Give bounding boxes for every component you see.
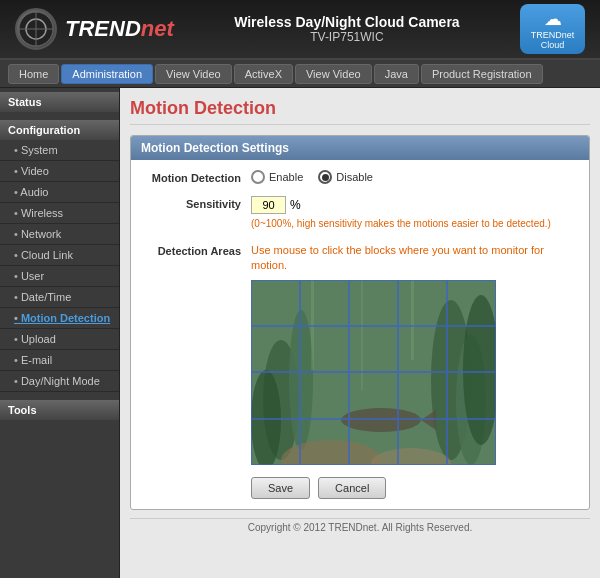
sensitivity-row: Sensitivity % (0~100%, high sensitivity …: [141, 196, 579, 231]
motion-detection-label: Motion Detection: [141, 170, 251, 184]
sensitivity-label: Sensitivity: [141, 196, 251, 210]
sidebar-status-section: Status: [0, 88, 119, 116]
grid-cell-3-0[interactable]: [251, 419, 300, 465]
sidebar-item-audio[interactable]: Audio: [0, 182, 119, 203]
sidebar-config-section: Configuration System Video Audio Wireles…: [0, 116, 119, 396]
cancel-button[interactable]: Cancel: [318, 477, 386, 499]
sidebar-item-datetime[interactable]: Date/Time: [0, 287, 119, 308]
cloud-label: TRENDnet Cloud: [531, 30, 575, 50]
sidebar-config-header: Configuration: [0, 120, 119, 140]
grid-cell-2-0[interactable]: [251, 372, 300, 418]
header-subtitle: TV-IP751WIC: [234, 30, 460, 44]
grid-cell-2-1[interactable]: [300, 372, 349, 418]
sensitivity-unit: %: [290, 198, 301, 212]
motion-detection-radio-group: Enable Disable: [251, 170, 579, 184]
nav-product-registration[interactable]: Product Registration: [421, 64, 543, 84]
sidebar-item-upload[interactable]: Upload: [0, 329, 119, 350]
grid-cell-2-3[interactable]: [398, 372, 447, 418]
sensitivity-note: (0~100%, high sensitivity makes the moti…: [251, 217, 579, 231]
enable-option[interactable]: Enable: [251, 170, 303, 184]
disable-radio[interactable]: [318, 170, 332, 184]
grid-cell-1-2[interactable]: [349, 326, 398, 372]
sidebar-item-motiondetection[interactable]: Motion Detection: [0, 308, 119, 329]
grid-cell-3-4[interactable]: [447, 419, 496, 465]
nav-viewvideo-activex[interactable]: View Video: [155, 64, 232, 84]
logo-text: TRENDnet: [65, 16, 174, 42]
enable-label: Enable: [269, 171, 303, 183]
nav-home[interactable]: Home: [8, 64, 59, 84]
sidebar-item-user[interactable]: User: [0, 266, 119, 287]
nav-viewvideo-java[interactable]: View Video: [295, 64, 372, 84]
page-title: Motion Detection: [130, 98, 590, 125]
grid-cell-1-1[interactable]: [300, 326, 349, 372]
button-row: Save Cancel: [141, 477, 579, 499]
footer: Copyright © 2012 TRENDnet. All Rights Re…: [130, 518, 590, 536]
nav-java[interactable]: Java: [374, 64, 419, 84]
disable-option[interactable]: Disable: [318, 170, 373, 184]
nav-activex[interactable]: ActiveX: [234, 64, 293, 84]
grid-cell-1-4[interactable]: [447, 326, 496, 372]
sidebar-item-network[interactable]: Network: [0, 224, 119, 245]
grid-cell-1-3[interactable]: [398, 326, 447, 372]
sidebar-item-video[interactable]: Video: [0, 161, 119, 182]
detection-areas-row: Detection Areas Use mouse to click the b…: [141, 243, 579, 465]
grid-cell-0-1[interactable]: [300, 280, 349, 326]
sidebar-item-email[interactable]: E-mail: [0, 350, 119, 371]
grid-cell-0-3[interactable]: [398, 280, 447, 326]
logo-icon: [15, 8, 57, 50]
grid-cell-0-2[interactable]: [349, 280, 398, 326]
nav-administration[interactable]: Administration: [61, 64, 153, 84]
grid-cell-2-4[interactable]: [447, 372, 496, 418]
sidebar-item-daynightmode[interactable]: Day/Night Mode: [0, 371, 119, 392]
sensitivity-input[interactable]: [251, 196, 286, 214]
header-center: Wireless Day/Night Cloud Camera TV-IP751…: [234, 14, 460, 44]
sidebar-tools-section: Tools: [0, 396, 119, 424]
content-area: Motion Detection Motion Detection Settin…: [120, 88, 600, 578]
grid-cell-1-0[interactable]: [251, 326, 300, 372]
motion-detection-row: Motion Detection Enable Disable: [141, 170, 579, 184]
main-layout: Status Configuration System Video Audio …: [0, 88, 600, 578]
detection-areas-content: Use mouse to click the blocks where you …: [251, 243, 579, 465]
cloud-badge: ☁ TRENDnet Cloud: [520, 4, 585, 54]
settings-panel: Motion Detection Settings Motion Detecti…: [130, 135, 590, 510]
grid-cell-0-0[interactable]: [251, 280, 300, 326]
grid-cell-3-1[interactable]: [300, 419, 349, 465]
grid-cell-3-2[interactable]: [349, 419, 398, 465]
grid-cell-3-3[interactable]: [398, 419, 447, 465]
save-button[interactable]: Save: [251, 477, 310, 499]
logo-area: TRENDnet: [15, 8, 174, 50]
navbar: Home Administration View Video ActiveX V…: [0, 60, 600, 88]
sidebar: Status Configuration System Video Audio …: [0, 88, 120, 578]
header-title: Wireless Day/Night Cloud Camera: [234, 14, 460, 30]
detection-areas-note: Use mouse to click the blocks where you …: [251, 243, 579, 274]
settings-panel-title: Motion Detection Settings: [131, 136, 589, 160]
header: TRENDnet Wireless Day/Night Cloud Camera…: [0, 0, 600, 60]
detection-areas-label: Detection Areas: [141, 243, 251, 257]
sidebar-tools-header: Tools: [0, 400, 119, 420]
disable-label: Disable: [336, 171, 373, 183]
sidebar-item-wireless[interactable]: Wireless: [0, 203, 119, 224]
motion-detection-content: Enable Disable: [251, 170, 579, 184]
enable-radio[interactable]: [251, 170, 265, 184]
sensitivity-content: % (0~100%, high sensitivity makes the mo…: [251, 196, 579, 231]
grid-cell-2-2[interactable]: [349, 372, 398, 418]
sidebar-item-cloudlink[interactable]: Cloud Link: [0, 245, 119, 266]
sidebar-item-system[interactable]: System: [0, 140, 119, 161]
sidebar-status-header: Status: [0, 92, 119, 112]
cloud-icon: ☁: [528, 8, 577, 30]
grid-cell-0-4[interactable]: [447, 280, 496, 326]
detection-grid-overlay[interactable]: [251, 280, 496, 465]
camera-grid[interactable]: [251, 280, 496, 465]
